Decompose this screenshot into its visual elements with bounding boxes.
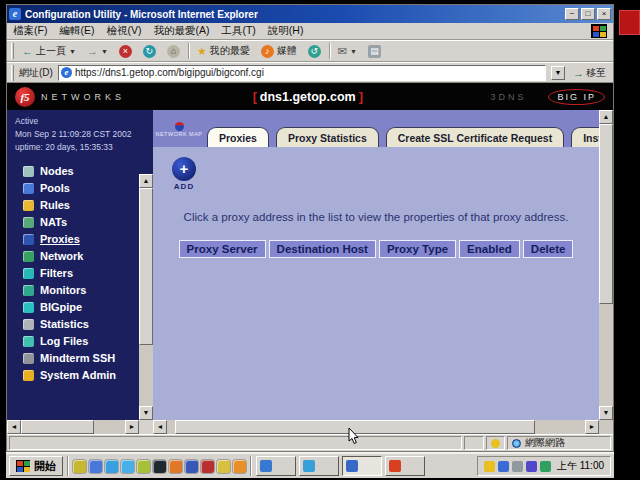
sidebar-item-pools[interactable]: Pools [23, 180, 153, 197]
add-proxy-button[interactable]: + ADD [169, 157, 199, 191]
maximize-button[interactable]: □ [581, 8, 595, 20]
sidebar-vertical-scrollbar[interactable]: ▲ ▼ [139, 174, 153, 420]
mail-dropdown-icon[interactable]: ▼ [350, 48, 357, 55]
quick-launch-icon[interactable] [105, 460, 118, 473]
status-message-pane [9, 436, 462, 450]
history-button[interactable]: ↺ [305, 44, 324, 59]
go-button[interactable]: → 移至 [570, 66, 609, 80]
scroll-left-icon[interactable]: ◄ [7, 420, 21, 434]
address-dropdown-icon[interactable]: ▼ [551, 66, 565, 80]
taskbar-button[interactable] [299, 456, 339, 476]
menu-help[interactable]: 說明(H) [268, 24, 304, 38]
mouse-cursor [348, 428, 360, 446]
toolbar: ← 上一頁 ▼ → ▼ × ↻ ⌂ ★ [7, 40, 613, 62]
print-button[interactable]: ▤ [365, 44, 384, 59]
sidebar-item-rules[interactable]: Rules [23, 197, 153, 214]
sidebar: Active Mon Sep 2 11:09:28 CST 2002 uptim… [7, 110, 153, 434]
back-button[interactable]: ← 上一頁 ▼ [19, 43, 79, 59]
sidebar-item-network[interactable]: Network [23, 248, 153, 265]
scrollbar-thumb[interactable] [599, 124, 613, 304]
back-dropdown-icon[interactable]: ▼ [69, 48, 76, 55]
address-input[interactable] [75, 67, 543, 78]
main-horizontal-scrollbar[interactable]: ◄ ► [153, 420, 599, 434]
forward-button[interactable]: → ▼ [84, 44, 111, 58]
sidebar-item-mindterm-ssh[interactable]: Mindterm SSH [23, 350, 153, 367]
mail-button[interactable]: ✉ ▼ [335, 44, 360, 59]
main-vertical-scrollbar[interactable]: ▲ ▼ [599, 110, 613, 434]
status-uptime: uptime: 20 days, 15:35:33 [15, 141, 153, 154]
scrollbar-thumb[interactable] [21, 420, 94, 434]
quick-launch-icon[interactable] [169, 460, 182, 473]
sidebar-item-filters[interactable]: Filters [23, 265, 153, 282]
tray-icon[interactable] [484, 461, 495, 472]
scroll-up-icon[interactable]: ▲ [599, 110, 613, 124]
quick-launch-icon[interactable] [153, 460, 166, 473]
scroll-left-icon[interactable]: ◄ [153, 420, 167, 434]
security-pane [486, 436, 505, 450]
toolbar-grip[interactable] [11, 43, 14, 59]
rules-icon [23, 200, 34, 211]
scroll-right-icon[interactable]: ► [125, 420, 139, 434]
tray-icon[interactable] [512, 461, 523, 472]
scroll-right-icon[interactable]: ► [585, 420, 599, 434]
sidebar-item-proxies[interactable]: Proxies [23, 231, 153, 248]
menu-edit[interactable]: 編輯(E) [59, 24, 94, 38]
zone-label: 網際網路 [525, 436, 565, 450]
stop-button[interactable]: × [116, 44, 135, 59]
sidebar-item-monitors[interactable]: Monitors [23, 282, 153, 299]
tray-icon[interactable] [526, 461, 537, 472]
sidebar-item-nats[interactable]: NATs [23, 214, 153, 231]
quick-launch-icon[interactable] [201, 460, 214, 473]
menu-file[interactable]: 檔案(F) [13, 24, 47, 38]
quick-launch-icon[interactable] [233, 460, 246, 473]
forward-dropdown-icon[interactable]: ▼ [101, 48, 108, 55]
taskbar-button[interactable] [256, 456, 296, 476]
home-button[interactable]: ⌂ [164, 44, 183, 59]
scroll-down-icon[interactable]: ▼ [139, 406, 153, 420]
tab-proxies[interactable]: Proxies [207, 127, 269, 147]
minimize-button[interactable]: − [565, 8, 579, 20]
nodes-icon [23, 166, 34, 177]
quick-launch-icon[interactable] [121, 460, 134, 473]
quick-launch-icon[interactable] [137, 460, 150, 473]
tray-icon[interactable] [498, 461, 509, 472]
start-button[interactable]: 開始 [9, 456, 63, 476]
close-button[interactable]: × [597, 8, 611, 20]
quick-launch-icon[interactable] [73, 460, 86, 473]
addressbar-grip[interactable] [11, 65, 14, 81]
sidebar-item-system-admin[interactable]: System Admin [23, 367, 153, 384]
menu-favorites[interactable]: 我的最愛(A) [153, 24, 209, 38]
quick-launch-icon[interactable] [185, 460, 198, 473]
favorites-button[interactable]: ★ 我的最愛 [194, 43, 253, 59]
tab-create-ssl-certificate-request[interactable]: Create SSL Certificate Request [386, 127, 564, 147]
tab-proxy-statistics[interactable]: Proxy Statistics [276, 127, 379, 147]
system-admin-icon [23, 370, 34, 381]
sidebar-item-log-files[interactable]: Log Files [23, 333, 153, 350]
network-map-button[interactable]: NETWORK MAP [158, 115, 200, 144]
quick-launch-icon[interactable] [89, 460, 102, 473]
sidebar-item-bigpipe[interactable]: BIGpipe [23, 299, 153, 316]
history-icon: ↺ [308, 45, 321, 58]
scrollbar-thumb[interactable] [139, 188, 153, 345]
window-title: Configuration Utility - Microsoft Intern… [25, 9, 565, 20]
back-arrow-icon: ← [22, 45, 33, 57]
scroll-down-icon[interactable]: ▼ [599, 406, 613, 420]
media-button[interactable]: ♪ 媒體 [258, 43, 300, 59]
toolbar-separator [188, 43, 189, 59]
tab-install-ssl-certificate[interactable]: Install SSL Certif [571, 127, 599, 147]
quick-launch-icon[interactable] [217, 460, 230, 473]
refresh-button[interactable]: ↻ [140, 44, 159, 59]
tray-icon[interactable] [540, 461, 551, 472]
proxy-table: Proxy Server Destination Host Proxy Type… [176, 237, 577, 261]
f5-header: f5 NETWORKS [dns1.getop.com] 3DNS BIG IP [7, 83, 613, 110]
addressbar: 網址(D) e ▼ → 移至 [7, 62, 613, 83]
menu-view[interactable]: 檢視(V) [106, 24, 141, 38]
address-label: 網址(D) [19, 66, 53, 80]
sidebar-item-statistics[interactable]: Statistics [23, 316, 153, 333]
sidebar-horizontal-scrollbar[interactable]: ◄ ► [7, 420, 139, 434]
taskbar-button-active[interactable] [342, 456, 382, 476]
menu-tools[interactable]: 工具(T) [221, 24, 255, 38]
sidebar-item-nodes[interactable]: Nodes [23, 163, 153, 180]
scroll-up-icon[interactable]: ▲ [139, 174, 153, 188]
taskbar-button[interactable] [385, 456, 425, 476]
